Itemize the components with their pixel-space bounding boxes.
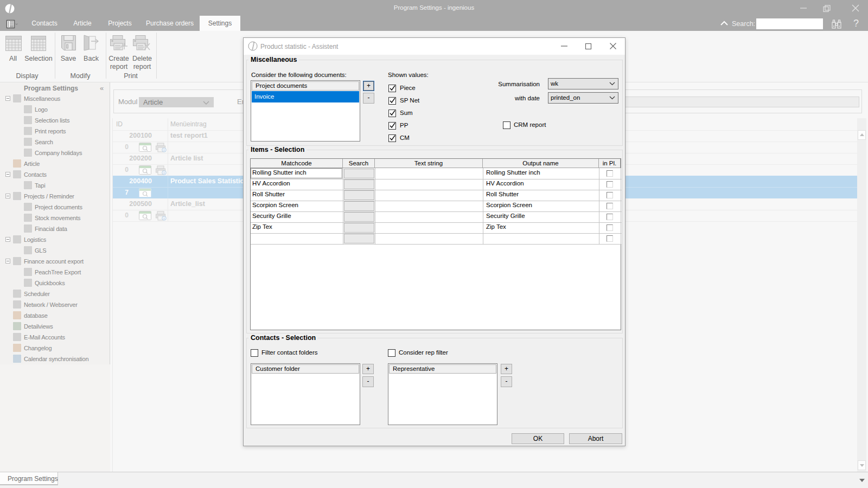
svg-text:i: i (164, 217, 164, 220)
svg-text:i: i (164, 149, 164, 152)
svg-text:i: i (164, 171, 164, 175)
